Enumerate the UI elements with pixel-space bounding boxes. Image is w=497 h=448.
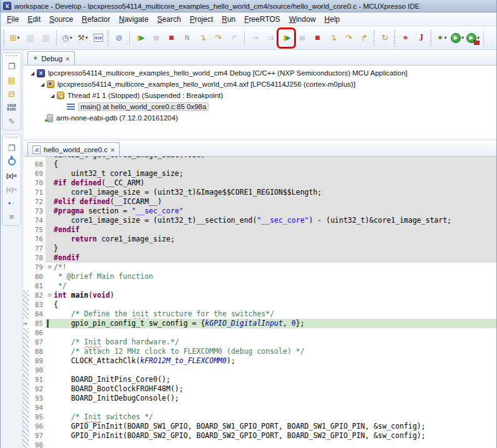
code-line-body[interactable]: GPIO_PinInit(BOARD_SW2_GPIO, BOARD_SW2_G… xyxy=(46,431,496,441)
annotation-ruler[interactable] xyxy=(23,244,29,253)
code-text[interactable]: /* attach 12 MHz clock to FLEXCOMM0 (deb… xyxy=(54,347,496,356)
menu-window[interactable]: Window xyxy=(285,14,320,25)
code-text[interactable]: GPIO_PinInit(BOARD_SW2_GPIO, BOARD_SW2_G… xyxy=(54,431,496,441)
range-indicator[interactable] xyxy=(23,366,29,375)
menu-run[interactable]: Run xyxy=(217,14,240,25)
annotation-ruler[interactable] xyxy=(23,178,29,188)
build-button[interactable]: ⚒▾ xyxy=(76,30,90,46)
project-explorer-button[interactable]: ▤ xyxy=(2,73,21,87)
toolbar-drag-handle[interactable] xyxy=(430,30,433,46)
annotation-ruler[interactable] xyxy=(23,197,29,207)
code-line-body[interactable]: uint32_t core1_image_size; xyxy=(46,169,496,178)
code-line[interactable]: 94 xyxy=(23,403,496,412)
code-line-body[interactable]: BOARD_InitDebugConsole(); xyxy=(46,394,496,403)
terminate-button[interactable]: ■ xyxy=(164,30,179,46)
code-line[interactable]: 81 */ xyxy=(23,281,496,291)
code-text[interactable]: } xyxy=(54,244,496,253)
code-line[interactable]: 86 xyxy=(23,328,496,338)
code-line-body[interactable]: core1_image_size = (uint32_t)&Image$$COR… xyxy=(46,188,496,197)
code-line-body[interactable]: { xyxy=(46,160,496,169)
range-indicator[interactable] xyxy=(23,431,29,441)
resume-button-2[interactable]: ▮▶ xyxy=(279,30,293,46)
annotation-ruler[interactable] xyxy=(23,235,29,244)
code-line[interactable]: 75#endif xyxy=(23,225,496,235)
debug-tree-row[interactable]: ◢lpcxpresso54114_multicore_examples_hell… xyxy=(23,67,496,79)
code-line-body[interactable]: CLOCK_AttachClk(kFRO12M_to_FLEXCOMM0); xyxy=(46,356,496,366)
code-line[interactable]: 88 /* attach 12 MHz clock to FLEXCOMM0 (… xyxy=(23,347,496,356)
code-line[interactable]: 89 CLOCK_AttachClk(kFRO12M_to_FLEXCOMM0)… xyxy=(23,356,496,366)
code-line[interactable]: 84 /* Define the init structure for the … xyxy=(23,309,496,319)
variables-button[interactable]: (x)= xyxy=(2,182,21,196)
code-line[interactable]: 83{ xyxy=(23,300,496,309)
global-variables-button[interactable]: (x)= xyxy=(2,168,21,182)
faults-button[interactable]: ✎ xyxy=(2,114,21,128)
code-line-body[interactable]: ⊖/*! xyxy=(46,263,496,272)
range-indicator[interactable] xyxy=(23,422,29,431)
tree-label-selected[interactable]: main() at hello_world_core0.c:85 0x98a xyxy=(78,102,209,111)
code-line-body[interactable]: */ xyxy=(46,281,496,291)
debug-button[interactable]: ✶▾ xyxy=(435,30,449,46)
step-return-button-2[interactable]: ↱ xyxy=(357,30,372,46)
code-line[interactable]: 80 * @brief Main function xyxy=(23,272,496,281)
code-line[interactable]: 74 core1_image_size = (uint32_t)__sectio… xyxy=(23,216,496,225)
code-line[interactable]: 78#endif xyxy=(23,253,496,263)
step-over-button-2[interactable]: ↷ xyxy=(342,30,356,46)
step-into-button-2[interactable]: ↴ xyxy=(326,30,340,46)
menu-project[interactable]: Project xyxy=(185,14,217,25)
annotation-ruler[interactable] xyxy=(23,160,29,169)
debug-tree-row[interactable]: ◢lpcxpresso54114_multicore_examples_hell… xyxy=(23,79,496,90)
dropdown-arrow-icon[interactable]: ▾ xyxy=(86,35,88,41)
range-indicator[interactable] xyxy=(23,356,29,366)
range-indicator[interactable] xyxy=(23,403,29,412)
dropdown-arrow-icon[interactable]: ▾ xyxy=(444,35,446,41)
code-line-body[interactable]: BOARD_BootClockFROHF48M(); xyxy=(46,384,496,394)
code-line[interactable]: 69 uint32_t core1_image_size; xyxy=(23,169,496,178)
code-line[interactable]: 91 BOARD_InitPins_Core0(); xyxy=(23,375,496,384)
suspend-button[interactable]: ▮▮ xyxy=(149,30,163,46)
code-text[interactable]: #endif xyxy=(54,225,496,235)
dropdown-arrow-icon[interactable]: ▾ xyxy=(477,35,480,41)
outline-button[interactable]: ≡ xyxy=(2,210,21,223)
move-to-line-button[interactable]: ⇉ xyxy=(263,30,278,46)
code-text[interactable]: { xyxy=(54,300,496,309)
resume-button[interactable]: ▮▶ xyxy=(133,30,147,46)
code-line-body[interactable]: /* attach 12 MHz clock to FLEXCOMM0 (deb… xyxy=(46,347,496,356)
range-indicator[interactable] xyxy=(23,441,29,448)
toolbar-drag-handle[interactable] xyxy=(107,30,110,46)
annotation-ruler[interactable] xyxy=(23,281,29,291)
toolbar-drag-handle[interactable] xyxy=(394,30,396,46)
tree-expander-icon[interactable]: ◢ xyxy=(48,93,57,99)
code-text[interactable]: int main(void) xyxy=(54,291,496,300)
editor-tab-hello-world-core0[interactable]: .c hello_world_core0.c × xyxy=(27,142,120,156)
code-line[interactable]: 93 BOARD_InitDebugConsole(); xyxy=(23,394,496,403)
new-button[interactable]: ⊞▾ xyxy=(7,30,22,46)
code-line[interactable]: 79⊖/*! xyxy=(23,263,496,272)
menu-file[interactable]: File xyxy=(2,14,23,25)
code-text[interactable]: /* Init switches */ xyxy=(54,412,496,422)
code-line[interactable]: 90 xyxy=(23,366,496,375)
code-line[interactable]: 95 /* Init switches */ xyxy=(23,412,496,422)
code-line[interactable]: 98 xyxy=(23,441,496,448)
dropdown-arrow-icon[interactable]: ▾ xyxy=(70,35,72,41)
rail-drag-handle[interactable] xyxy=(6,137,17,139)
code-text[interactable]: /*! xyxy=(54,263,496,272)
range-indicator[interactable] xyxy=(23,300,29,309)
save-button[interactable]: ▥ xyxy=(23,30,37,46)
debug-tab-close-icon[interactable]: × xyxy=(66,55,69,62)
code-line-body[interactable]: BOARD_InitPins_Core0(); xyxy=(46,375,496,384)
code-line[interactable]: 70#if defined(__CC_ARM) xyxy=(23,178,496,188)
terminate-all-button[interactable]: ■ xyxy=(310,30,325,46)
tree-expander-icon[interactable]: ◢ xyxy=(28,71,37,76)
step-return-button[interactable]: ↱ xyxy=(227,30,241,46)
current-debug-line[interactable]: gpio_pin_config_t sw_config = {kGPIO_Dig… xyxy=(46,319,496,328)
code-line-body[interactable]: #endif xyxy=(46,225,496,235)
dropdown-arrow-icon[interactable]: ▾ xyxy=(461,35,464,41)
range-indicator[interactable] xyxy=(23,375,29,384)
code-line[interactable]: 82⊖int main(void) xyxy=(23,291,496,300)
code-text[interactable]: CLOCK_AttachClk(kFRO12M_to_FLEXCOMM0); xyxy=(54,356,496,366)
code-line-body[interactable] xyxy=(46,441,496,448)
code-line[interactable]: 68{ xyxy=(23,160,496,169)
code-text[interactable] xyxy=(54,441,496,448)
annotation-ruler[interactable] xyxy=(23,225,29,235)
code-line[interactable]: 77} xyxy=(23,244,496,253)
